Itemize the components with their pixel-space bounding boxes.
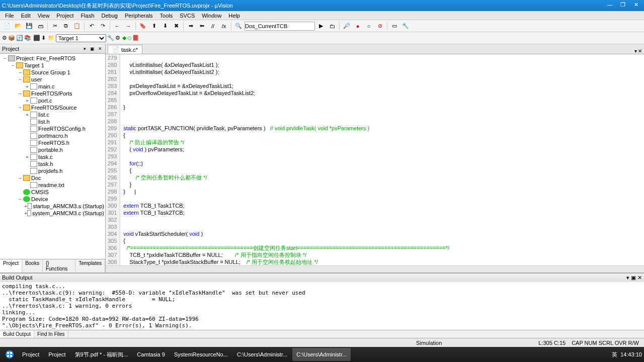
tree-item[interactable]: readme.txt [1, 182, 104, 189]
find-next-icon[interactable]: ▶ [316, 21, 326, 31]
batch-build-icon[interactable]: 📚 [24, 35, 31, 41]
menu-project[interactable]: Project [53, 12, 76, 19]
tree-item[interactable]: −user [1, 76, 104, 83]
minimize-button[interactable]: — [604, 2, 616, 10]
expand-icon[interactable]: − [17, 105, 23, 111]
outdent-icon[interactable]: ⬅ [197, 21, 207, 31]
menu-file[interactable]: File [2, 12, 17, 19]
tree-item[interactable]: list.h [1, 118, 104, 125]
breakpoint-disable-icon[interactable]: ○ [364, 21, 374, 31]
panel-tab[interactable]: {} Functions [43, 259, 76, 273]
tree-item[interactable]: +port.c [1, 97, 104, 104]
panel-tab[interactable]: Templates [75, 259, 105, 273]
start-button[interactable] [2, 348, 17, 361]
tab-close-icon[interactable]: ✕ [638, 48, 642, 54]
panel-dropdown-icon[interactable]: ▾ [82, 46, 88, 52]
expand-icon[interactable]: + [24, 154, 30, 160]
build-tab[interactable]: Find In Files [34, 330, 68, 338]
project-tree[interactable]: − Project: Fire_FreeRTOS −Target 1−Sourc… [0, 54, 105, 259]
rebuild-icon[interactable]: 🔄 [16, 35, 23, 41]
panel-pin-icon[interactable]: ▣ [631, 275, 636, 281]
bookmark-next-icon[interactable]: ⬇ [160, 21, 170, 31]
taskbar-item[interactable]: Project [18, 348, 43, 361]
books-icon[interactable]: 📕 [132, 35, 139, 41]
configure-icon[interactable]: 🔧 [400, 21, 411, 31]
window-icon[interactable]: ▭ [389, 21, 399, 31]
tree-item[interactable]: −Source Group 1 [1, 69, 104, 76]
cut-icon[interactable]: ✂ [50, 21, 60, 31]
tree-item[interactable]: portable.h [1, 146, 104, 153]
tree-item[interactable]: +task.c [1, 153, 104, 160]
menu-help[interactable]: Help [225, 12, 243, 19]
breakpoint-kill-icon[interactable]: ⊘ [375, 21, 385, 31]
menu-edit[interactable]: Edit [18, 12, 34, 19]
menu-window[interactable]: Window [199, 12, 224, 19]
bookmark-icon[interactable]: 🔖 [138, 21, 148, 31]
panel-pin-icon[interactable]: ▣ [90, 46, 96, 52]
find-in-files-icon[interactable]: 🗀 [327, 21, 337, 31]
tree-root[interactable]: − Project: Fire_FreeRTOS [1, 55, 104, 62]
breakpoint-icon[interactable]: ● [353, 21, 363, 31]
save-icon[interactable]: 💾 [24, 21, 34, 31]
target-select[interactable]: Target 1 [56, 34, 106, 42]
taskbar-item[interactable]: Camtasia 9 [133, 348, 169, 361]
tab-dropdown-icon[interactable]: ▾ [634, 48, 637, 54]
tree-item[interactable]: projdefs.h [1, 167, 104, 174]
taskbar-item[interactable]: 第9节.pdf * - 福昕阅... [71, 348, 132, 361]
expand-icon[interactable]: − [17, 90, 23, 97]
expand-icon[interactable]: − [17, 175, 23, 181]
options-icon[interactable]: ⚙ [115, 35, 120, 41]
build-tab[interactable]: Build Output [0, 330, 34, 338]
tree-item[interactable]: portmacro.h [1, 132, 104, 139]
redo-icon[interactable]: ↷ [98, 21, 108, 31]
uncomment-icon[interactable]: /x [219, 21, 229, 31]
copy-icon[interactable]: ⧉ [61, 21, 71, 31]
build-output-text[interactable]: compiling task.c... ..\freertos\task.c(9… [0, 282, 644, 330]
panel-close-icon[interactable]: ✕ [97, 46, 103, 52]
save-all-icon[interactable]: 🗃 [35, 21, 45, 31]
bookmark-clear-icon[interactable]: ✖ [171, 21, 181, 31]
paste-icon[interactable]: 📋 [72, 21, 82, 31]
bookmark-prev-icon[interactable]: ⬆ [149, 21, 159, 31]
find-icon[interactable]: 🔍 [233, 21, 244, 31]
menu-view[interactable]: View [35, 12, 53, 19]
panel-tab[interactable]: Books [22, 259, 43, 273]
comment-icon[interactable]: // [208, 21, 218, 31]
system-tray[interactable]: 英 14:43:10 [612, 351, 642, 358]
expand-icon[interactable]: − [17, 69, 23, 75]
download-icon[interactable]: ⬇ [41, 35, 46, 41]
debug-icon[interactable]: 🔎 [342, 21, 352, 31]
open-file-icon[interactable]: 📂 [13, 21, 23, 31]
expand-icon[interactable]: + [24, 83, 30, 89]
target-options-icon[interactable]: 📁 [48, 35, 55, 41]
taskbar-item[interactable]: Project [44, 348, 69, 361]
nav-back-icon[interactable]: ← [112, 21, 122, 31]
tree-item[interactable]: task.h [1, 160, 104, 167]
panel-dropdown-icon[interactable]: ▾ [626, 275, 629, 281]
expand-icon[interactable]: + [24, 112, 30, 118]
panel-close-icon[interactable]: ✕ [637, 275, 642, 281]
nav-forward-icon[interactable]: → [123, 21, 133, 31]
build-icon[interactable]: 📦 [8, 35, 15, 41]
manage-icon[interactable]: 🔧 [107, 35, 114, 41]
tree-item[interactable]: −Device [1, 196, 104, 203]
taskbar-item[interactable]: SystemResourceNo... [170, 348, 232, 361]
tree-item[interactable]: CMSIS [1, 189, 104, 196]
close-button[interactable]: ✕ [630, 2, 642, 10]
taskbar-item[interactable]: C:\Users\Administr... [233, 348, 291, 361]
tree-item[interactable]: +main.c [1, 83, 104, 90]
pack-icon[interactable]: ◆ [122, 35, 126, 41]
panel-tab[interactable]: Project [0, 259, 22, 273]
editor-tab-task-c[interactable]: 📄 task.c* [108, 45, 142, 54]
menu-peripherals[interactable]: Peripherals [122, 12, 156, 19]
horizontal-scrollbar[interactable] [106, 265, 644, 273]
tree-item[interactable]: FreeRTOSConfig.h [1, 125, 104, 132]
new-file-icon[interactable]: 📄 [2, 21, 12, 31]
search-combo[interactable] [245, 22, 315, 31]
expand-icon[interactable]: − [10, 62, 16, 68]
code-editor[interactable]: 2792802812822832842852862872882892902912… [106, 54, 644, 265]
tree-item[interactable]: −Doc [1, 174, 104, 182]
tree-item[interactable]: FreeRTOS.h [1, 139, 104, 146]
undo-icon[interactable]: ↶ [87, 21, 97, 31]
menu-tools[interactable]: Tools [157, 12, 176, 19]
